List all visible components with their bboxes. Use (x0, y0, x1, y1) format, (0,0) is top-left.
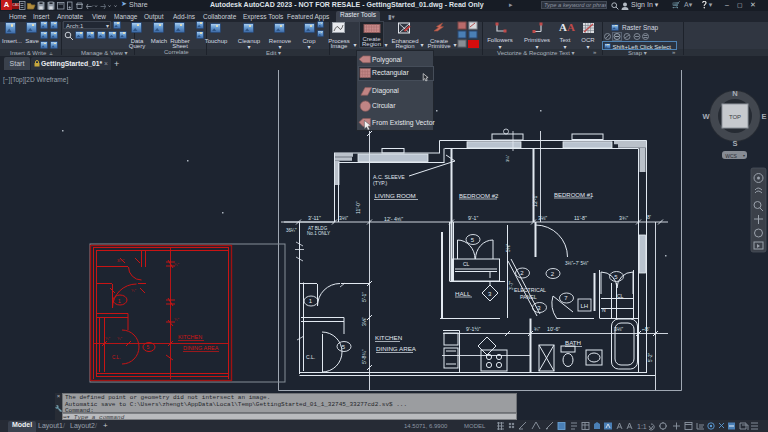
svg-text:1: 1 (118, 298, 121, 304)
svg-text:3⅛": 3⅛" (339, 215, 348, 221)
svg-text:8': 8' (647, 214, 651, 220)
svg-text:5: 5 (614, 274, 618, 280)
svg-text:5: 5 (342, 344, 346, 350)
svg-text:36¼": 36¼" (286, 228, 297, 233)
svg-text:DINING AREA: DINING AREA (376, 345, 417, 352)
svg-text:11'-0": 11'-0" (355, 201, 361, 214)
svg-text:¾": ¾" (105, 336, 110, 341)
svg-text:¾": ¾" (534, 326, 540, 332)
svg-text:TOP: TOP (729, 114, 741, 120)
svg-text:¾": ¾" (174, 262, 179, 267)
svg-text:No.1 ONLY: No.1 ONLY (307, 231, 330, 236)
svg-text:3⅛": 3⅛" (538, 215, 547, 221)
svg-text:¾": ¾" (117, 336, 122, 341)
svg-text:5: 5 (471, 237, 475, 243)
svg-text:KITCHEN: KITCHEN (375, 334, 402, 341)
svg-text:2: 2 (520, 270, 524, 276)
svg-text:1:1: 1:1 (637, 423, 647, 430)
svg-text:7: 7 (564, 295, 568, 301)
svg-text:3⅛": 3⅛" (614, 326, 623, 332)
svg-text:3'-11": 3'-11" (308, 215, 321, 221)
svg-text:BEDROOM #2: BEDROOM #2 (459, 193, 499, 199)
svg-text:3: 3 (537, 305, 541, 311)
svg-text:9'-1": 9'-1" (468, 215, 478, 221)
svg-text:C.L.: C.L. (112, 355, 120, 360)
svg-text:12'- 4⅝": 12'- 4⅝" (384, 216, 403, 222)
svg-text:11'-8": 11'-8" (574, 215, 587, 221)
svg-text:3⅛"⌐7' 5⅛": 3⅛"⌐7' 5⅛" (565, 261, 589, 266)
svg-text:5'-8¾": 5'-8¾" (361, 349, 367, 364)
svg-text:3: 3 (488, 291, 492, 297)
svg-text:9'-1½": 9'-1½" (466, 326, 481, 332)
svg-text:5⅛": 5⅛" (506, 244, 511, 252)
svg-text:CL: CL (463, 261, 470, 267)
svg-text:2: 2 (551, 271, 555, 277)
svg-text:HALL: HALL (455, 290, 471, 297)
svg-text:ELECTRICAL: ELECTRICAL (514, 287, 546, 293)
svg-text:S: S (732, 139, 737, 148)
svg-text:AT BLDG: AT BLDG (308, 226, 328, 231)
svg-text:LH: LH (581, 303, 589, 309)
svg-text:3¾": 3¾" (619, 215, 628, 221)
svg-text:DINING AREA: DINING AREA (183, 345, 219, 351)
svg-text:3½": 3½" (117, 258, 125, 263)
svg-text:3⅛": 3⅛" (505, 154, 510, 162)
svg-text:WCS: WCS (725, 153, 737, 159)
svg-text:5'-2": 5'-2" (648, 352, 653, 362)
svg-text:N: N (602, 307, 606, 313)
svg-text:(TYP.): (TYP.) (373, 180, 388, 186)
svg-text:1: 1 (309, 298, 313, 304)
svg-text:5'-1": 5'-1" (361, 292, 367, 302)
svg-text:CL: CL (617, 293, 624, 299)
svg-text:⌐B': ⌐B' (642, 326, 649, 332)
svg-text:PANEL: PANEL (520, 294, 537, 300)
svg-text:¾": ¾" (174, 317, 179, 322)
svg-text:BEDROOM #1: BEDROOM #1 (554, 192, 594, 198)
svg-text:W: W (702, 112, 710, 121)
svg-text:BATH: BATH (565, 339, 581, 346)
svg-text:KITCHEN: KITCHEN (178, 334, 202, 340)
svg-text:3'-7": 3'-7" (509, 280, 514, 290)
svg-text:3⅛": 3⅛" (361, 317, 367, 326)
svg-text:C.L.: C.L. (306, 354, 315, 360)
svg-text:E: E (761, 112, 766, 121)
svg-text:10'-6": 10'-6" (547, 326, 560, 332)
svg-text:5: 5 (147, 344, 150, 350)
svg-text:12'-1": 12'-1" (532, 194, 538, 207)
svg-text:¾": ¾" (131, 288, 136, 293)
svg-text:N: N (732, 89, 737, 98)
svg-text:LIVING ROOM: LIVING ROOM (375, 192, 416, 199)
svg-text:▾: ▾ (743, 153, 745, 158)
